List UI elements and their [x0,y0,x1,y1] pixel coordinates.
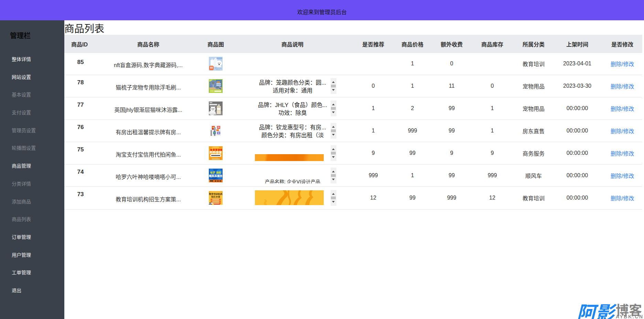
svg-text:招生全套: 招生全套 [211,195,221,198]
svg-text:教育培训机构: 教育培训机构 [209,193,223,195]
svg-text:顺风车服务: 顺风车服务 [209,174,223,177]
svg-text:哈罗 滴答: 哈罗 滴答 [210,171,222,174]
svg-text:邦邦信誉: 邦邦信誉 [209,150,222,154]
